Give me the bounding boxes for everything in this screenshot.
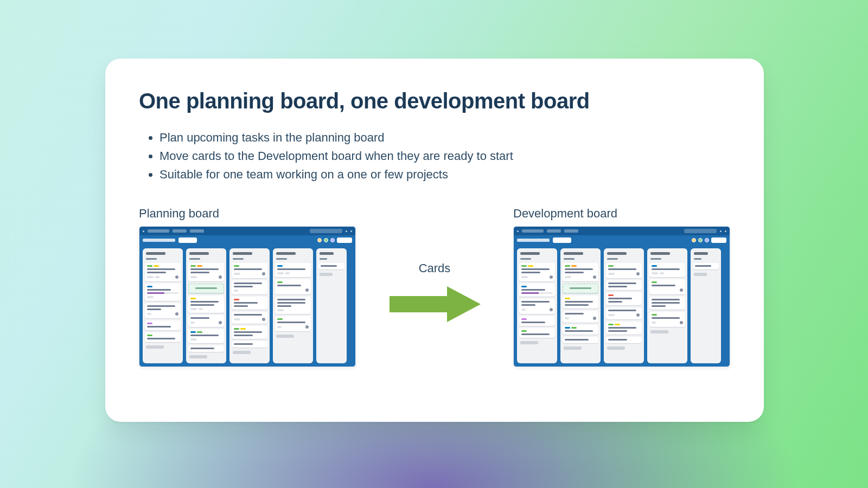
planning-board-label: Planning board: [139, 207, 356, 221]
bullet-item: Move cards to the Development board when…: [159, 147, 730, 165]
board-lists: [514, 245, 730, 367]
list-column: [560, 248, 601, 363]
bullet-item: Suitable for one team working on a one o…: [159, 165, 730, 184]
slide-title: One planning board, one development boar…: [139, 89, 730, 113]
list-column: [143, 248, 183, 363]
arrow-label: Cards: [419, 261, 451, 275]
list-column: [229, 248, 270, 363]
list-column: [604, 248, 644, 363]
arrow-column: Cards: [366, 207, 503, 367]
development-board-column: Development board: [513, 207, 730, 367]
list-column: [647, 248, 687, 363]
svg-marker-0: [390, 286, 481, 322]
slide-card: One planning board, one development boar…: [105, 59, 764, 422]
board-top-nav: [514, 227, 730, 235]
bullet-list: Plan upcoming tasks in the planning boar…: [139, 129, 730, 184]
boards-row: Planning board: [139, 207, 730, 367]
list-column: [316, 248, 347, 363]
arrow-right-icon: [383, 280, 486, 329]
list-column: [186, 248, 226, 363]
planning-board-thumbnail: [139, 226, 356, 367]
list-column: [273, 248, 313, 363]
board-top-nav: [139, 227, 355, 235]
board-header-bar: [139, 235, 355, 245]
list-column: [517, 248, 557, 363]
gradient-background: One planning board, one development boar…: [0, 0, 868, 488]
board-lists: [139, 245, 355, 367]
planning-board-column: Planning board: [139, 207, 356, 367]
development-board-thumbnail: [513, 226, 730, 367]
list-column: [691, 248, 721, 363]
development-board-label: Development board: [513, 207, 730, 221]
bullet-item: Plan upcoming tasks in the planning boar…: [159, 129, 730, 147]
board-header-bar: [514, 235, 730, 245]
